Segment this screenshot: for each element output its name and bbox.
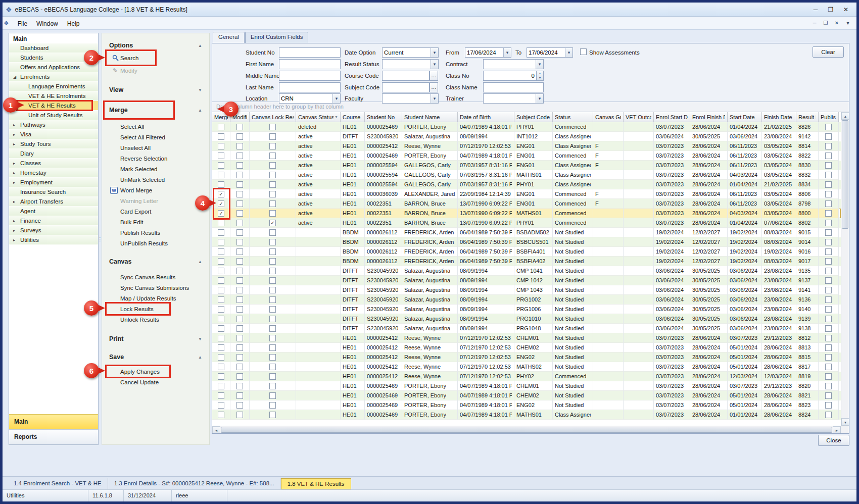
grid-row[interactable]: ✓activeHE0100022351BARRON, Bruce13/07/19… <box>212 218 841 228</box>
modified-checkbox[interactable] <box>236 229 243 236</box>
scroll-right-icon[interactable]: ► <box>833 426 841 433</box>
publish-checkbox[interactable] <box>825 172 832 178</box>
subject-code-ellipsis-button[interactable]: … <box>429 82 438 92</box>
merge-checkbox[interactable] <box>218 325 224 332</box>
to-date-select[interactable]: 17/06/2024▾ <box>527 47 573 58</box>
publish-checkbox[interactable] <box>825 383 832 389</box>
merge-checkbox[interactable]: ✓ <box>218 200 224 207</box>
close-icon[interactable]: ✕ <box>838 4 853 15</box>
merge-checkbox[interactable] <box>218 335 224 341</box>
sidebar-item-finance[interactable]: ▸Finance <box>9 216 98 226</box>
publish-checkbox[interactable] <box>825 344 832 351</box>
grid-row[interactable]: DITFTS230045920Salazar, Augustina08/09/1… <box>212 285 841 295</box>
modified-checkbox[interactable] <box>236 287 243 293</box>
canvas-lock-checkbox[interactable] <box>269 248 276 255</box>
grid-row[interactable]: activeHE010000025469PORTER, Ebony04/07/1… <box>212 151 841 161</box>
merge-checkbox[interactable] <box>218 344 224 351</box>
show-assessments-checkbox[interactable] <box>580 48 587 55</box>
canvas-lock-checkbox[interactable] <box>269 306 276 313</box>
column-header-date-of-birth[interactable]: Date of Birth <box>458 112 514 122</box>
merge-checkbox[interactable] <box>218 364 224 370</box>
merge-checkbox[interactable] <box>218 220 224 226</box>
modified-checkbox[interactable] <box>236 239 243 245</box>
modified-checkbox[interactable] <box>236 162 243 169</box>
canvas-lock-checkbox[interactable] <box>269 383 276 389</box>
sidebar-item-diary[interactable]: Diary <box>9 149 98 159</box>
clear-button[interactable]: Clear <box>813 46 844 58</box>
modified-checkbox[interactable] <box>236 373 243 380</box>
canvas-lock-checkbox[interactable] <box>269 153 276 159</box>
publish-checkbox[interactable] <box>825 153 832 159</box>
section-header-options[interactable]: Options▲ <box>106 40 205 51</box>
canvas-lock-checkbox[interactable] <box>269 335 276 341</box>
sidebar-item-visa[interactable]: ▸Visa <box>9 130 98 139</box>
action-map-update-results[interactable]: Map / Update Results <box>106 293 205 304</box>
sidebar-item-employment[interactable]: ▸Employment <box>9 178 98 187</box>
merge-checkbox[interactable] <box>218 143 224 149</box>
modified-checkbox[interactable] <box>236 277 243 284</box>
column-header-publish[interactable]: Publish <box>819 112 839 122</box>
modified-checkbox[interactable] <box>236 181 243 188</box>
publish-checkbox[interactable] <box>825 181 832 188</box>
horizontal-scrollbar-thumb[interactable] <box>221 427 832 433</box>
merge-checkbox[interactable] <box>218 172 224 178</box>
grid-row[interactable]: ✓activeHE010000036039ALEXANDER, Jared22/… <box>212 189 841 199</box>
first-name-input[interactable] <box>279 59 341 69</box>
publish-checkbox[interactable] <box>825 210 832 217</box>
canvas-lock-checkbox[interactable] <box>269 143 276 149</box>
sidebar-item-airport-transfers[interactable]: ▸Airport Transfers <box>9 197 98 207</box>
publish-checkbox[interactable] <box>825 373 832 380</box>
result-status-select[interactable]: ▾ <box>382 59 439 69</box>
mdi-tab-1-8-vet-he-results[interactable]: 1.8 VET & HE Results <box>281 478 351 489</box>
column-header-enrol-start-dat[interactable]: Enrol Start Dat <box>654 112 690 122</box>
grid-row[interactable]: HE010000025469PORTER, Ebony04/07/1989 4:… <box>212 391 841 400</box>
grid-row[interactable]: HE010000025412Reese, Wynne07/12/1970 12:… <box>212 372 841 381</box>
action-mark-selected[interactable]: Mark Selected <box>106 164 205 174</box>
action-reverse-selection[interactable]: Reverse Selection <box>106 153 205 164</box>
sidebar-item-vet-he-enrolments[interactable]: VET & HE Enrolments <box>9 91 98 101</box>
column-header-enrol-finish-dat[interactable]: Enrol Finish Dat <box>690 112 728 122</box>
tab-enrol-custom-fields[interactable]: Enrol Custom Fields <box>245 32 309 43</box>
action-search[interactable]: Search <box>106 52 205 64</box>
merge-checkbox[interactable] <box>218 239 224 245</box>
action-sync-canvas-submissions[interactable]: Sync Canvas Submissions <box>106 282 205 293</box>
merge-checkbox[interactable] <box>218 133 224 140</box>
column-header-result-n[interactable]: Result N <box>796 112 819 122</box>
merge-checkbox[interactable] <box>218 383 224 389</box>
canvas-lock-checkbox[interactable]: ✓ <box>269 220 276 226</box>
publish-checkbox[interactable] <box>825 354 832 361</box>
column-header-status[interactable]: Status <box>553 112 593 122</box>
modified-checkbox[interactable] <box>236 143 243 149</box>
grid-row[interactable]: HE010000025469PORTER, Ebony04/07/1989 4:… <box>212 400 841 410</box>
canvas-lock-checkbox[interactable] <box>269 124 276 130</box>
publish-checkbox[interactable] <box>825 325 832 332</box>
publish-checkbox[interactable] <box>825 392 832 399</box>
canvas-lock-checkbox[interactable] <box>269 239 276 245</box>
modified-checkbox[interactable] <box>236 133 243 140</box>
grid-row[interactable]: HE010000025412Reese, Wynne07/12/1970 12:… <box>212 343 841 352</box>
publish-checkbox[interactable] <box>825 402 832 409</box>
grid-row[interactable]: DITFTS230045920Salazar, Augustina08/09/1… <box>212 324 841 333</box>
from-date-select[interactable]: 17/06/2024▾ <box>465 47 511 58</box>
action-apply-changes[interactable]: Apply Changes <box>106 366 205 377</box>
modified-checkbox[interactable] <box>236 210 243 217</box>
publish-checkbox[interactable] <box>825 316 832 322</box>
mdi-more-button[interactable]: ▾ <box>842 18 853 28</box>
publish-checkbox[interactable] <box>825 335 832 341</box>
publish-checkbox[interactable] <box>825 229 832 236</box>
modified-checkbox[interactable] <box>236 316 243 322</box>
action-unpublish-results[interactable]: UnPublish Results <box>106 238 205 248</box>
action-unmark-selected[interactable]: UnMark Selected <box>106 174 205 185</box>
mdi-tab-1-4-enrolment-search-vet-he[interactable]: 1.4 Enrolment Search - VET & HE <box>8 478 108 489</box>
class-name-input[interactable] <box>483 82 544 92</box>
sidebar-item-dashboard[interactable]: Dashboard <box>9 43 98 53</box>
merge-checkbox[interactable] <box>218 402 224 409</box>
merge-checkbox[interactable] <box>218 268 224 274</box>
canvas-lock-checkbox[interactable] <box>269 268 276 274</box>
maximize-button[interactable]: ❐ <box>823 4 838 15</box>
merge-checkbox[interactable] <box>218 392 224 399</box>
action-publish-results[interactable]: Publish Results <box>106 227 205 238</box>
column-header-student-name[interactable]: Student Name <box>402 112 458 122</box>
tab-general[interactable]: General <box>213 32 245 43</box>
middle-name-input[interactable] <box>279 71 341 81</box>
